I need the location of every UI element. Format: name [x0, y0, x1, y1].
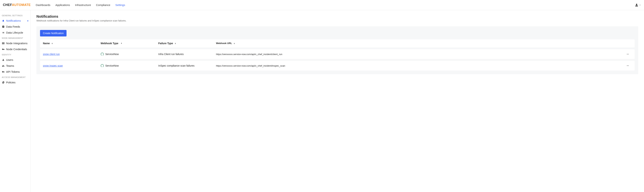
- cell-webhook-url: https://venxxxxx.service-now.com/api/x_c…: [216, 53, 626, 56]
- sidebar-item-users[interactable]: Users: [0, 57, 30, 63]
- header-webhook-type[interactable]: Webhook Type ▲▼: [100, 42, 158, 45]
- sidebar-item-api-tokens[interactable]: API Tokens: [0, 69, 30, 75]
- header-webhook-type-label: Webhook Type: [100, 42, 118, 45]
- sidebar-group-general: GENERAL SETTINGS: [0, 13, 30, 18]
- sidebar-item-label: Node Credentials: [6, 48, 27, 51]
- sidebar-item-label: Data Lifecycle: [6, 31, 23, 34]
- cell-failure-type: InSpec compliance scan failures: [158, 64, 216, 67]
- main-content: Notifications Webhook notifications for …: [31, 10, 644, 192]
- logo-chef: CHEF: [3, 3, 12, 7]
- row-actions-button[interactable]: [626, 53, 632, 56]
- nav-compliance[interactable]: Compliance: [96, 4, 110, 7]
- create-notification-button[interactable]: Create Notification: [40, 30, 66, 37]
- arrow-right-icon: ▶: [28, 20, 29, 22]
- page-subtitle: Webhook notifications for Infra Client r…: [36, 19, 638, 22]
- sidebar-group-node: NODE MANAGEMENT: [0, 36, 30, 40]
- more-icon: [626, 53, 632, 56]
- cell-webhook-type: ServiceNow: [100, 53, 158, 56]
- row-actions-button[interactable]: [626, 64, 632, 67]
- sidebar-item-policies[interactable]: Policies: [0, 79, 30, 85]
- bell-icon: [2, 20, 5, 22]
- sidebar-item-notifications[interactable]: Notifications ▶: [0, 18, 30, 24]
- top-header: CHEFAUTOMATE Dashboards Applications Inf…: [0, 0, 644, 10]
- more-icon: [626, 64, 632, 67]
- notifications-table: Name ▲▼ Webhook Type ▲▼ Failure Type ▲▼ …: [40, 39, 634, 48]
- sidebar-item-data-feeds[interactable]: Data Feeds: [0, 24, 30, 30]
- nav-infrastructure[interactable]: Infrastructure: [75, 4, 91, 7]
- person-icon: [2, 59, 5, 61]
- settings-input-icon: [2, 42, 5, 45]
- sidebar-item-label: Notifications: [6, 19, 21, 22]
- list-icon: [2, 31, 5, 34]
- notification-name-link[interactable]: snow inspec scan: [43, 64, 63, 67]
- sidebar-item-label: Data Feeds: [6, 25, 20, 28]
- header-webhook-url[interactable]: Webhook URL ▲▼: [216, 42, 626, 45]
- user-menu[interactable]: [634, 3, 641, 7]
- servicenow-icon: [100, 64, 104, 67]
- header-webhook-url-label: Webhook URL: [216, 42, 232, 45]
- header-left: CHEFAUTOMATE Dashboards Applications Inf…: [3, 3, 125, 7]
- sidebar-item-data-lifecycle[interactable]: Data Lifecycle: [0, 30, 30, 36]
- webhook-type-label: ServiceNow: [105, 53, 119, 56]
- clipboard-icon: [2, 26, 5, 28]
- table-row: snow inspec scan ServiceNow InSpec compl…: [40, 61, 634, 71]
- vpn-key-icon: [2, 71, 5, 73]
- sidebar-item-teams[interactable]: Teams: [0, 63, 30, 69]
- sidebar: GENERAL SETTINGS Notifications ▶ Data Fe…: [0, 10, 31, 192]
- sort-icon: ▲▼: [175, 43, 176, 44]
- servicenow-icon: [100, 53, 104, 56]
- table-row: snow client run ServiceNow Infra Client …: [40, 49, 634, 59]
- sidebar-item-label: Policies: [6, 81, 16, 84]
- sidebar-group-identity: IDENTITY: [0, 52, 30, 57]
- sidebar-item-label: Teams: [6, 64, 14, 67]
- header-actions: [626, 42, 632, 45]
- sort-icon: ▲▼: [121, 43, 122, 44]
- security-icon: [2, 81, 5, 84]
- sort-icon: ▲▼: [234, 43, 235, 44]
- cell-name: snow client run: [43, 53, 100, 56]
- nav-applications[interactable]: Applications: [55, 4, 70, 7]
- chevron-down-icon: [639, 4, 641, 6]
- sort-icon: ▲▼: [52, 43, 53, 44]
- layout: GENERAL SETTINGS Notifications ▶ Data Fe…: [0, 10, 644, 192]
- sidebar-item-node-integrations[interactable]: Node Integrations: [0, 40, 30, 46]
- nav-settings[interactable]: Settings: [116, 4, 125, 7]
- cell-webhook-type: ServiceNow: [100, 64, 158, 67]
- header-name-label: Name: [43, 42, 50, 45]
- group-icon: [2, 65, 5, 67]
- key-icon: [2, 48, 5, 51]
- top-nav: Dashboards Applications Infrastructure C…: [36, 4, 125, 7]
- logo-automate: AUTOMATE: [12, 3, 31, 7]
- cell-name: snow inspec scan: [43, 64, 100, 67]
- sidebar-item-label: Users: [6, 58, 13, 61]
- header-failure-type[interactable]: Failure Type ▲▼: [158, 42, 216, 45]
- page-title: Notifications: [36, 15, 638, 19]
- user-icon: [634, 3, 638, 7]
- sidebar-group-access: ACCESS MANAGEMENT: [0, 75, 30, 79]
- cell-failure-type: Infra Client run failures: [158, 53, 216, 56]
- nav-dashboards[interactable]: Dashboards: [36, 4, 50, 7]
- sidebar-item-label: Node Integrations: [6, 42, 28, 45]
- table-header: Name ▲▼ Webhook Type ▲▼ Failure Type ▲▼ …: [40, 39, 634, 48]
- notification-name-link[interactable]: snow client run: [43, 53, 60, 56]
- logo[interactable]: CHEFAUTOMATE: [3, 3, 31, 7]
- sidebar-item-label: API Tokens: [6, 70, 20, 73]
- header-failure-type-label: Failure Type: [158, 42, 173, 45]
- sidebar-item-node-credentials[interactable]: Node Credentials: [0, 46, 30, 52]
- header-name[interactable]: Name ▲▼: [43, 42, 100, 45]
- cell-webhook-url: https://venxxxxx.service-now.com/api/x_c…: [216, 64, 626, 67]
- webhook-type-label: ServiceNow: [105, 64, 119, 67]
- content-panel: Create Notification Name ▲▼ Webhook Type…: [36, 26, 638, 74]
